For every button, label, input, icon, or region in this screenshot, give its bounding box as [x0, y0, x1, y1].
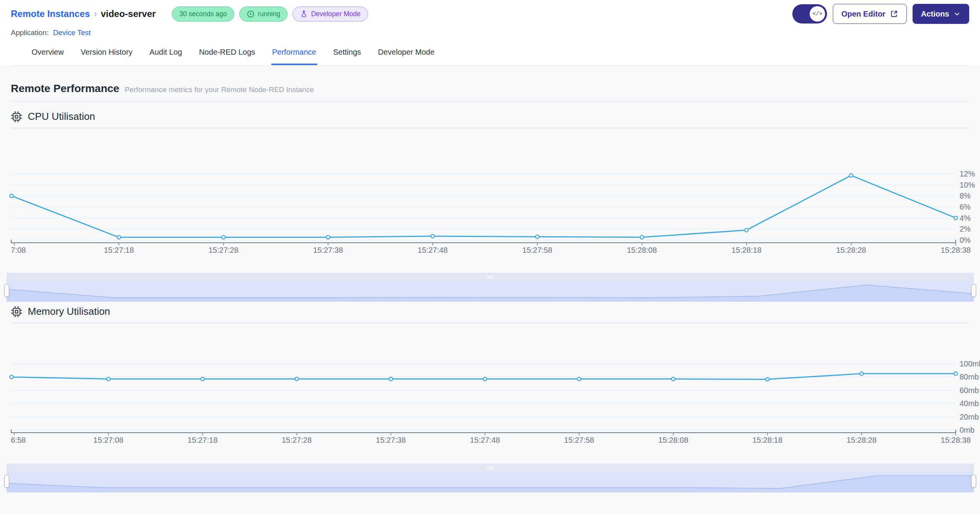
- svg-text:15:28:28: 15:28:28: [847, 436, 877, 444]
- cpu-brush-handle-left[interactable]: [4, 284, 9, 297]
- cpu-chart: 0%2%4%6%8%10%12%7:0815:27:1815:27:2815:2…: [11, 128, 969, 261]
- svg-text:15:27:18: 15:27:18: [104, 246, 134, 254]
- application-link[interactable]: Device Test: [53, 29, 91, 37]
- code-icon: </>: [810, 6, 825, 22]
- svg-text:15:28:08: 15:28:08: [627, 246, 657, 254]
- svg-text:15:28:08: 15:28:08: [658, 436, 688, 444]
- svg-text:6%: 6%: [960, 203, 971, 211]
- breadcrumb-remote-instances-link[interactable]: Remote Instances: [11, 8, 90, 19]
- svg-text:100mb: 100mb: [960, 359, 980, 368]
- flask-icon: [300, 10, 308, 18]
- svg-text:15:27:48: 15:27:48: [418, 246, 448, 254]
- svg-text:15:28:38: 15:28:38: [941, 246, 971, 254]
- running-label: running: [258, 10, 280, 18]
- open-editor-button[interactable]: Open Editor: [833, 4, 906, 24]
- memory-brush-handle-left[interactable]: [4, 475, 9, 488]
- memory-brush-preview: [7, 472, 974, 492]
- section-divider: [11, 101, 969, 102]
- svg-text:2%: 2%: [960, 225, 971, 233]
- svg-text:15:27:58: 15:27:58: [522, 246, 552, 254]
- actions-label: Actions: [921, 10, 949, 18]
- cpu-chart-brush[interactable]: [7, 273, 974, 302]
- page-header: Remote Instances › video-server 30 secon…: [0, 0, 980, 66]
- cpu-brush-grip[interactable]: [7, 273, 974, 281]
- svg-text:15:27:38: 15:27:38: [313, 246, 343, 254]
- developer-mode-toggle[interactable]: </>: [792, 4, 827, 24]
- memory-brush-handle-right[interactable]: [971, 475, 976, 488]
- chevron-down-icon: [953, 10, 961, 18]
- svg-text:40mb: 40mb: [960, 399, 979, 408]
- developer-mode-label: Developer Mode: [311, 10, 360, 18]
- svg-text:80mb: 80mb: [960, 373, 979, 381]
- svg-text:15:28:38: 15:28:38: [941, 436, 971, 444]
- memory-utilisation-section: Memory Utilisation 0mb20mb40mb60mb80mb10…: [11, 306, 969, 492]
- cpu-brush-preview: [7, 281, 974, 302]
- breadcrumb: Remote Instances › video-server: [11, 8, 156, 19]
- developer-mode-badge: Developer Mode: [292, 7, 368, 22]
- play-circle-icon: [247, 10, 255, 18]
- open-editor-label: Open Editor: [841, 10, 885, 18]
- tab-overview[interactable]: Overview: [31, 43, 64, 65]
- cpu-chip-icon: [11, 111, 22, 123]
- tab-node-red-logs[interactable]: Node-RED Logs: [198, 43, 256, 65]
- svg-text:0mb: 0mb: [960, 426, 975, 434]
- instance-name: video-server: [101, 8, 156, 19]
- cpu-utilisation-section: CPU Utilisation 0%2%4%6%8%10%12%7:0815:2…: [11, 111, 969, 302]
- svg-text:12%: 12%: [960, 170, 975, 178]
- last-seen-label: 30 seconds ago: [179, 10, 227, 18]
- last-seen-badge: 30 seconds ago: [172, 7, 234, 22]
- memory-brush-grip[interactable]: [7, 464, 974, 472]
- memory-section-title: Memory Utilisation: [28, 306, 110, 317]
- svg-text:8%: 8%: [960, 191, 971, 200]
- actions-button[interactable]: Actions: [913, 4, 969, 24]
- tab-bar: OverviewVersion HistoryAudit LogNode-RED…: [11, 43, 969, 66]
- application-label: Application:: [11, 29, 49, 37]
- running-status-badge: running: [239, 7, 287, 22]
- page-title: Remote Performance: [11, 82, 119, 95]
- status-badges: 30 seconds ago running Developer Mode: [172, 7, 368, 22]
- svg-text:15:27:58: 15:27:58: [564, 436, 594, 444]
- svg-text:20mb: 20mb: [960, 413, 979, 421]
- main-content: Remote Performance Performance metrics f…: [0, 82, 980, 492]
- application-row: Application: Device Test: [11, 29, 969, 37]
- svg-text:15:28:18: 15:28:18: [752, 436, 782, 444]
- memory-chip-icon: [11, 306, 22, 317]
- tab-settings[interactable]: Settings: [333, 43, 362, 65]
- svg-text:15:28:18: 15:28:18: [731, 246, 761, 254]
- breadcrumb-separator: ›: [94, 8, 97, 19]
- page-subtitle: Performance metrics for your Remote Node…: [125, 86, 314, 94]
- tab-audit-log[interactable]: Audit Log: [149, 43, 183, 65]
- svg-text:10%: 10%: [960, 181, 975, 189]
- svg-text:0%: 0%: [960, 236, 971, 244]
- tab-performance[interactable]: Performance: [271, 43, 317, 65]
- cpu-section-title: CPU Utilisation: [28, 111, 95, 123]
- svg-text:4%: 4%: [960, 214, 971, 222]
- svg-text:15:27:38: 15:27:38: [376, 436, 406, 444]
- svg-text:15:27:48: 15:27:48: [470, 436, 500, 444]
- svg-text:60mb: 60mb: [960, 386, 979, 395]
- svg-text:7:08: 7:08: [11, 246, 26, 254]
- svg-text:15:27:08: 15:27:08: [93, 436, 123, 444]
- svg-text:15:27:28: 15:27:28: [282, 436, 312, 444]
- svg-text:15:28:28: 15:28:28: [836, 246, 866, 254]
- cpu-brush-handle-right[interactable]: [971, 284, 976, 297]
- svg-text:15:27:28: 15:27:28: [208, 246, 239, 254]
- memory-chart: 0mb20mb40mb60mb80mb100mb6:5815:27:0815:2…: [11, 323, 969, 454]
- external-link-icon: [890, 10, 898, 18]
- memory-chart-brush[interactable]: [7, 464, 974, 492]
- tab-version-history[interactable]: Version History: [80, 43, 133, 65]
- tab-developer-mode[interactable]: Developer Mode: [377, 43, 435, 65]
- svg-text:15:27:18: 15:27:18: [188, 436, 218, 444]
- svg-text:6:58: 6:58: [11, 436, 26, 444]
